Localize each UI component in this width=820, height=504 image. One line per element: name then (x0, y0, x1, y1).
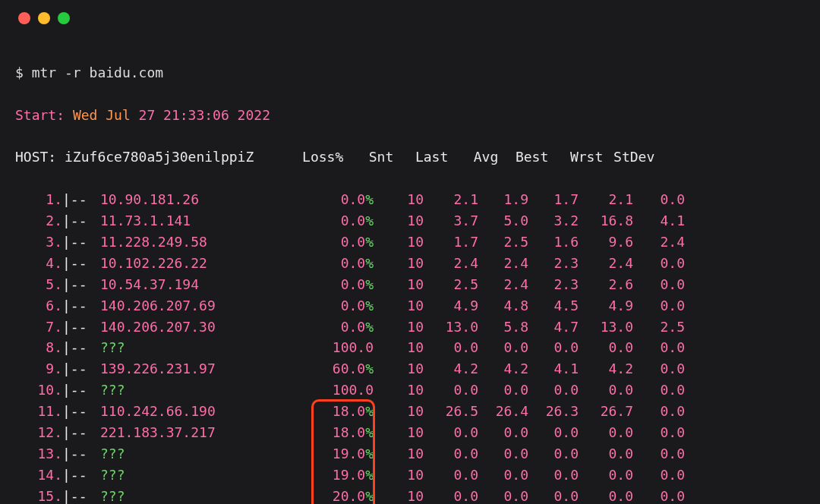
hop-host: 11.73.1.141 (100, 210, 313, 232)
hop-loss: 0.0% (313, 253, 374, 274)
header-row: HOST: iZuf6ce780a5j30enilppiZLoss%SntLas… (15, 146, 805, 168)
hop-avg: 0.0 (478, 443, 528, 465)
hop-snt: 10 (374, 253, 424, 274)
hop-best: 26.3 (528, 401, 579, 422)
hop-stdev: 0.0 (633, 465, 685, 486)
hop-row: 14.|-- ???19.0%100.00.00.00.00.0 (15, 465, 805, 486)
percent-icon: % (365, 424, 374, 440)
hop-row: 6.|-- 140.206.207.690.0%104.94.84.54.90.… (15, 295, 805, 317)
hop-loss: 0.0% (313, 274, 374, 295)
hop-number: 5. (15, 274, 62, 295)
hop-avg: 2.5 (478, 232, 528, 253)
hop-wrst: 0.0 (579, 465, 633, 486)
hop-loss: 0.0% (313, 317, 374, 338)
hop-stdev: 0.0 (633, 358, 685, 380)
hop-row: 1.|-- 10.90.181.260.0%102.11.91.72.10.0 (15, 189, 805, 210)
hop-loss: 19.0% (313, 465, 374, 486)
hop-number: 8. (15, 337, 62, 358)
hop-separator: |-- (62, 295, 100, 317)
hop-avg: 0.0 (478, 337, 528, 358)
hop-stdev: 0.0 (633, 189, 685, 210)
hop-separator: |-- (62, 486, 100, 504)
hop-last: 2.1 (424, 189, 478, 210)
hop-host-unknown: ??? (100, 380, 313, 401)
hop-number: 15. (15, 486, 62, 504)
hop-separator: |-- (62, 358, 100, 380)
hop-last: 26.5 (424, 401, 478, 422)
hostname: iZuf6ce780a5j30enilppiZ (65, 149, 254, 165)
hop-best: 2.3 (528, 274, 579, 295)
hop-host: 10.102.226.22 (100, 253, 313, 274)
hop-wrst: 2.1 (579, 189, 633, 210)
hop-last: 0.0 (424, 337, 478, 358)
percent-icon: % (365, 298, 374, 313)
hop-last: 0.0 (424, 443, 478, 465)
hop-last: 1.7 (424, 232, 478, 253)
hop-host: 140.206.207.30 (100, 317, 313, 338)
hop-stdev: 2.5 (633, 317, 685, 338)
percent-icon: % (365, 488, 374, 504)
hop-host: 110.242.66.190 (100, 401, 313, 422)
close-icon[interactable] (18, 12, 30, 24)
hop-host: 221.183.37.217 (100, 422, 313, 443)
hop-row: 15.|-- ???20.0%100.00.00.00.00.0 (15, 486, 805, 504)
hop-snt: 10 (374, 443, 424, 465)
hop-last: 3.7 (424, 210, 478, 232)
hop-loss: 18.0% (313, 422, 374, 443)
hop-last: 2.5 (424, 274, 478, 295)
hop-row: 8.|-- ???100.0100.00.00.00.00.0 (15, 337, 805, 358)
col-wrst: Wrst (548, 146, 603, 168)
hop-best: 3.2 (528, 210, 579, 232)
hop-avg: 1.9 (478, 189, 528, 210)
hop-row: 5.|-- 10.54.37.1940.0%102.52.42.32.60.0 (15, 274, 805, 295)
hop-snt: 10 (374, 295, 424, 317)
hop-loss: 0.0% (313, 189, 374, 210)
hop-host: 10.90.181.26 (100, 189, 313, 210)
hop-last: 0.0 (424, 380, 478, 401)
hop-loss: 0.0% (313, 295, 374, 317)
window-controls (0, 0, 820, 41)
hop-number: 3. (15, 232, 62, 253)
hop-host: 11.228.249.58 (100, 232, 313, 253)
percent-icon: % (365, 234, 374, 250)
hop-host-unknown: ??? (100, 337, 313, 358)
col-loss: Loss% (282, 146, 343, 168)
percent-icon: % (365, 319, 374, 335)
hop-separator: |-- (62, 274, 100, 295)
hop-number: 4. (15, 253, 62, 274)
hop-wrst: 9.6 (579, 232, 633, 253)
hop-number: 1. (15, 189, 62, 210)
hop-stdev: 0.0 (633, 295, 685, 317)
hop-stdev: 0.0 (633, 443, 685, 465)
hop-wrst: 0.0 (579, 486, 633, 504)
hop-host-unknown: ??? (100, 486, 313, 504)
hop-snt: 10 (374, 486, 424, 504)
hop-avg: 26.4 (478, 401, 528, 422)
hop-avg: 2.4 (478, 274, 528, 295)
hop-row: 13.|-- ???19.0%100.00.00.00.00.0 (15, 443, 805, 465)
hop-row: 9.|-- 139.226.231.9760.0%104.24.24.14.20… (15, 358, 805, 380)
percent-icon: % (365, 276, 374, 292)
prompt: $ (15, 65, 32, 80)
col-best: Best (498, 146, 548, 168)
hop-row: 12.|-- 221.183.37.21718.0%100.00.00.00.0… (15, 422, 805, 443)
hop-separator: |-- (62, 232, 100, 253)
zoom-icon[interactable] (58, 12, 70, 24)
hop-loss: 20.0% (313, 486, 374, 504)
hop-stdev: 0.0 (633, 253, 685, 274)
hop-loss: 100.0 (313, 380, 374, 401)
hop-loss: 0.0% (313, 232, 374, 253)
hop-wrst: 13.0 (579, 317, 633, 338)
hop-separator: |-- (62, 337, 100, 358)
hop-last: 0.0 (424, 465, 478, 486)
minimize-icon[interactable] (38, 12, 50, 24)
percent-icon: % (365, 191, 374, 207)
hop-stdev: 0.0 (633, 274, 685, 295)
hop-snt: 10 (374, 358, 424, 380)
command-text: mtr -r baidu.com (32, 65, 163, 80)
hop-number: 14. (15, 465, 62, 486)
hop-avg: 0.0 (478, 380, 528, 401)
hop-separator: |-- (62, 317, 100, 338)
hop-number: 12. (15, 422, 62, 443)
col-avg: Avg (448, 146, 498, 168)
